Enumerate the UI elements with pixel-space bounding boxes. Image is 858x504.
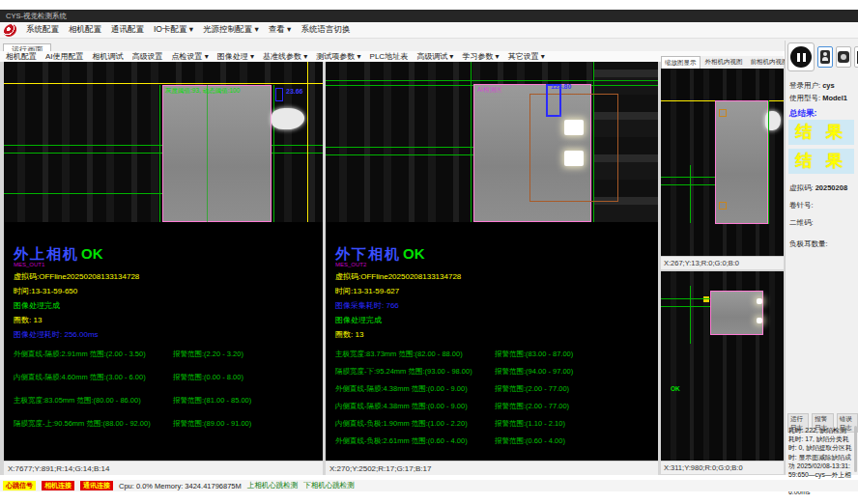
window-titlebar: CYS-视觉检测系统 <box>0 10 858 22</box>
menu-system-config[interactable]: 系统配置 <box>26 24 59 36</box>
alarm-range: 报警范围:(83.00 - 87.00) <box>495 350 573 359</box>
pause-button[interactable] <box>787 42 815 71</box>
model-value[interactable]: Model1 <box>822 94 847 102</box>
tool-plc-address-table[interactable]: PLC地址表 <box>370 51 409 62</box>
tool-camera-debug[interactable]: 相机调试 <box>93 51 124 62</box>
left-camera-status: OK <box>81 245 103 262</box>
ai-region-label: AI检测区 <box>477 86 502 95</box>
right-view-column: 缩放图显示 外相机内视图 前相机内视图 X:267;Y:13;R:0;G:0;B… <box>661 56 784 475</box>
tool-ai-config[interactable]: AI使用配置 <box>45 51 84 62</box>
left-camera-panel: 灰度阈值:93, 动态阈值:100 23.66 外上相机OK MES_OUT1 … <box>4 62 323 475</box>
alarm-range: 报警范围:(2.00 - 77.00) <box>495 402 569 411</box>
camera-button[interactable] <box>836 46 851 68</box>
left-measurements: 外侧直线-隔膜:2.91mm 范围:(2.00 - 3.50) 报警范围:(2.… <box>14 350 323 429</box>
tab-clip-blob <box>272 108 304 129</box>
menu-view[interactable]: 查看 ▾ <box>269 24 292 36</box>
middle-acquire-elapsed: 图像采集耗时: 766 <box>335 300 658 311</box>
measurement-value: 主极宽度:83.73mm 范围:(82.00 - 88.00) <box>335 350 463 358</box>
pause-icon <box>790 46 812 68</box>
menu-light-config[interactable]: 光源控制配置 ▾ <box>203 24 259 36</box>
separator-region <box>162 85 272 222</box>
green-line <box>690 165 691 223</box>
yellow-line <box>307 62 308 222</box>
bright-defect-spot <box>564 151 584 166</box>
tool-advanced-debug[interactable]: 高级调试 ▾ <box>416 51 453 62</box>
menu-language-switch[interactable]: 系统语言切换 <box>300 24 350 36</box>
camera-link-badge: 相机连接 <box>42 481 74 490</box>
tool-learning-params[interactable]: 学习参数 ▾ <box>462 51 499 62</box>
tool-spotcheck-settings[interactable]: 点检设置 ▾ <box>172 51 209 62</box>
alarm-range: 报警范围:(94.00 - 97.00) <box>495 367 573 377</box>
lower-camera-heartbeat: 下相机心跳检测 <box>303 481 355 490</box>
tool-advanced-settings[interactable]: 高级设置 <box>132 51 163 62</box>
left-pixel-coordinates: X:7677;Y:891;R:14;G:14;B:14 <box>4 461 323 475</box>
tool-camera-config[interactable]: 相机配置 <box>6 51 37 62</box>
right-bottom-pixel-coordinates: X:311;Y:980;R:0;G:0;B:0 <box>661 461 784 474</box>
right-top-camera-view[interactable] <box>661 69 784 256</box>
left-barcode: 虚拟码:OFFline20250208133134728 <box>14 271 323 282</box>
blue-measure-box <box>275 88 283 101</box>
orange-marker-box <box>719 202 727 210</box>
middle-report: 外下相机OK MES_OUT2 虚拟码:OFFline2025020813313… <box>326 222 658 461</box>
tool-image-processing[interactable]: 图像处理 ▾ <box>217 51 254 62</box>
menu-io-config[interactable]: IO卡配置 ▾ <box>154 24 193 36</box>
total-result-label: 总结果: <box>789 108 816 120</box>
left-time: 时间:13-31-59-650 <box>14 286 323 296</box>
middle-barcode: 虚拟码:OFFline20250208133134728 <box>335 271 658 282</box>
tab-outer-camera-view[interactable]: 外相机内视图 <box>702 56 746 69</box>
left-report: 外上相机OK MES_OUT1 虚拟码:OFFline2025020813313… <box>4 222 323 461</box>
green-line <box>661 184 715 185</box>
measurement-value: 外侧直线-负极:2.61mm 范围:(0.60 - 4.00) <box>335 436 468 445</box>
pin-number-label: 卷针号: <box>789 201 814 210</box>
green-line <box>661 298 710 299</box>
alarm-range: 报警范围:(0.60 - 4.00) <box>495 436 565 446</box>
measurement-value: 外侧直线-隔膜:4.38mm 范围:(0.00 - 9.00) <box>335 384 468 393</box>
green-line <box>326 154 473 155</box>
green-line <box>273 85 274 222</box>
main-area: 灰度阈值:93, 动态阈值:100 23.66 外上相机OK MES_OUT1 … <box>0 62 858 475</box>
left-process-elapsed: 图像处理耗时: 256.00ms <box>14 329 323 340</box>
green-line <box>326 147 473 148</box>
left-camera-name: 外上相机 <box>14 245 79 262</box>
camera-icon <box>838 51 849 63</box>
login-user-label: 登录用户: <box>789 81 820 90</box>
green-line <box>207 85 208 222</box>
middle-measurements: 主极宽度:83.73mm 范围:(82.00 - 88.00) 报警范围:(83… <box>335 350 658 446</box>
alarm-range: 报警范围:(0.00 - 8.00) <box>173 373 243 382</box>
measurement-row: 外侧直线-隔膜:2.91mm 范围:(2.00 - 3.50) 报警范围:(2.… <box>14 350 323 359</box>
measurement-row: 外侧直线-负极:2.61mm 范围:(0.60 - 4.00) 报警范围:(0.… <box>335 436 658 446</box>
right-bottom-camera-view[interactable]: OK <box>661 271 784 461</box>
upper-camera-heartbeat: 上相机心跳检测 <box>247 481 299 490</box>
comm-link-badge: 通讯连接 <box>80 481 113 490</box>
right-view-tabs: 缩放图显示 外相机内视图 前相机内视图 <box>661 56 784 69</box>
alarm-range: 报警范围:(1.10 - 2.10) <box>495 419 565 429</box>
measurement-row: 外侧直线-隔膜:4.38mm 范围:(0.00 - 9.00) 报警范围:(2.… <box>335 384 658 394</box>
measurement-value: 内侧直线-隔膜:4.60mm 范围:(3.00 - 6.00) <box>14 373 146 381</box>
virtual-code-row: 虚拟码: 20250208 <box>789 183 847 193</box>
measurement-row: 主极宽度:83.05mm 范围:(80.00 - 86.00) 报警范围:(81… <box>14 396 323 406</box>
green-line <box>326 80 658 81</box>
middle-camera-view[interactable]: AI检测区 123.80 <box>326 62 658 222</box>
measurement-row: 内侧直线-隔膜:4.60mm 范围:(3.00 - 6.00) 报警范围:(0.… <box>14 373 323 382</box>
user-button[interactable] <box>817 46 833 68</box>
yellow-marker-box <box>703 296 709 302</box>
menu-comm-config[interactable]: 通讯配置 <box>111 24 144 36</box>
control-sidebar: 登录用户: cys 使用型号: Model1 总结果: 结 果 结 果 虚拟码:… <box>785 41 858 475</box>
measurement-value: 主极宽度:83.05mm 范围:(80.00 - 86.00) <box>14 396 141 405</box>
middle-process-done: 图像处理完成 <box>335 315 658 325</box>
login-user-row: 登录用户: cys <box>789 81 835 91</box>
middle-pixel-coordinates: X:270;Y:2502;R:17;G:17;B:17 <box>326 461 658 475</box>
virtual-code-value: 20250208 <box>815 183 847 192</box>
tool-other-settings[interactable]: 其它设置 ▾ <box>508 51 545 62</box>
left-camera-view[interactable]: 灰度阈值:93, 动态阈值:100 23.66 <box>4 62 323 222</box>
tool-baseline-params[interactable]: 基准线参数 ▾ <box>263 51 307 62</box>
bright-defect-spot <box>757 318 762 323</box>
tab-zoom-display[interactable]: 缩放图显示 <box>661 56 701 69</box>
menu-bar: 系统配置 相机配置 通讯配置 IO卡配置 ▾ 光源控制配置 ▾ 查看 ▾ 系统语… <box>0 22 858 39</box>
log-scrollbar[interactable] <box>854 426 857 472</box>
green-line <box>768 100 769 224</box>
tool-test-params[interactable]: 测试项参数 ▾ <box>316 51 360 62</box>
menu-camera-config[interactable]: 相机配置 <box>69 24 101 36</box>
left-lap-count: 圈数: 13 <box>14 315 323 325</box>
exit-button[interactable] <box>854 46 858 68</box>
